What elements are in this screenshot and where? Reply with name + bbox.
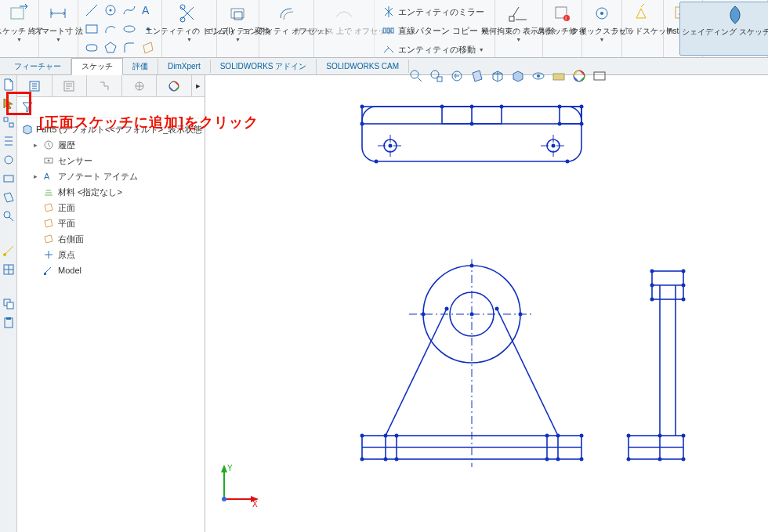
tree-item-annot[interactable]: ▸Aアノテート アイテム xyxy=(20,168,201,184)
svg-rect-31 xyxy=(9,123,13,127)
svg-point-97 xyxy=(384,458,388,461)
mirror-button[interactable]: エンティティのミラー xyxy=(379,3,490,20)
section-view-button[interactable] xyxy=(469,67,486,85)
prev-view-button[interactable] xyxy=(448,67,466,85)
move-button[interactable]: エンティティの移動▼ xyxy=(379,41,490,58)
panel-tab-config[interactable] xyxy=(87,75,122,96)
svg-point-91 xyxy=(360,458,364,461)
line-tool-button[interactable] xyxy=(83,2,100,19)
strip-assembly-button[interactable] xyxy=(0,113,17,132)
svg-point-74 xyxy=(558,122,562,126)
graphics-canvas[interactable]: Y X xyxy=(205,75,768,532)
tab-dimxpert[interactable]: DimXpert xyxy=(158,60,211,73)
strip-sketch-button[interactable] xyxy=(0,241,17,260)
polygon-tool-button[interactable] xyxy=(102,39,119,56)
strip-paste-button[interactable] xyxy=(0,313,17,332)
svg-rect-60 xyxy=(560,107,581,124)
svg-point-69 xyxy=(375,160,379,164)
ribbon-group-shaded: シェイディング スケッチ輪 郭 xyxy=(703,0,768,57)
circle-tool-button[interactable] xyxy=(102,2,119,19)
appearance-button[interactable] xyxy=(571,67,588,85)
fillet-tool-button[interactable] xyxy=(121,39,138,56)
zoom-fit-button[interactable] xyxy=(408,67,425,85)
trim-icon xyxy=(177,3,201,25)
ribbon-group-surf-offset: サーフェス 上で オフセット xyxy=(314,0,375,57)
svg-point-61 xyxy=(360,105,364,109)
svg-point-121 xyxy=(658,458,662,461)
tree-item-origin[interactable]: 原点 xyxy=(20,247,201,262)
svg-marker-123 xyxy=(221,465,227,472)
smart-dim-icon xyxy=(47,3,71,25)
tree-item-history[interactable]: ▸履歴 xyxy=(20,137,201,153)
panel-tab-dimxpert[interactable] xyxy=(122,75,158,96)
tree-item-model[interactable]: Model xyxy=(20,262,201,278)
display-style-button[interactable] xyxy=(509,67,527,85)
svg-rect-30 xyxy=(4,118,8,121)
shaded-icon xyxy=(723,4,747,26)
svg-point-64 xyxy=(580,122,584,126)
arc-tool-button[interactable] xyxy=(102,20,119,38)
spline-tool-button[interactable] xyxy=(121,2,138,19)
feature-tree: Part5 (デフォルト<<デフォルト>_表示状態 1> ▸履歴 センサー ▸A… xyxy=(17,118,205,281)
strip-hide-button[interactable] xyxy=(0,169,17,188)
svg-point-70 xyxy=(566,160,570,164)
strip-section-button[interactable] xyxy=(0,188,17,207)
tree-right-label: 右側面 xyxy=(58,233,84,245)
rectangle-tool-button[interactable] xyxy=(83,20,100,38)
tree-item-right-plane[interactable]: 右側面 xyxy=(20,231,201,247)
svg-point-117 xyxy=(682,434,686,438)
svg-point-88 xyxy=(519,313,523,317)
ellipse-tool-button[interactable] xyxy=(121,20,138,38)
strip-display-button[interactable] xyxy=(0,150,17,169)
svg-point-110 xyxy=(650,270,654,273)
svg-point-118 xyxy=(627,458,631,461)
svg-rect-23 xyxy=(437,77,442,81)
tab-evaluate[interactable]: 評価 xyxy=(123,59,158,74)
tree-item-material[interactable]: 材料 <指定なし> xyxy=(20,184,201,200)
svg-point-115 xyxy=(682,284,686,288)
svg-rect-49 xyxy=(44,273,46,275)
svg-point-98 xyxy=(395,458,399,461)
strip-tree-button[interactable] xyxy=(0,132,17,150)
svg-point-89 xyxy=(360,434,364,438)
plane-icon xyxy=(42,201,55,214)
svg-point-101 xyxy=(445,307,449,311)
feature-tree-panel: ▸ Part5 (デフォルト<<デフォルト>_表示状態 1> ▸履歴 センサー … xyxy=(17,75,205,532)
linear-pattern-button[interactable]: 直線パターン コピー▼ xyxy=(379,22,490,39)
plane-icon xyxy=(42,233,55,245)
tab-feature[interactable]: フィーチャー xyxy=(5,59,71,74)
svg-point-66 xyxy=(500,105,504,109)
svg-point-21 xyxy=(411,71,418,78)
tree-item-front-plane[interactable]: 正面 xyxy=(20,200,201,215)
svg-point-126 xyxy=(222,497,226,501)
svg-point-112 xyxy=(650,298,654,302)
svg-point-87 xyxy=(422,313,426,317)
strip-copy-button[interactable] xyxy=(0,295,17,313)
strip-zoom-button[interactable] xyxy=(0,207,17,226)
panel-tab-appearance[interactable] xyxy=(157,75,192,96)
strip-view-button[interactable] xyxy=(0,260,17,279)
slot-tool-button[interactable] xyxy=(83,39,100,56)
svg-point-111 xyxy=(682,270,686,273)
smart-dim-button[interactable]: スマート寸 法 ▼ xyxy=(32,2,85,56)
panel-tabs: ▸ xyxy=(17,75,205,97)
render-button[interactable] xyxy=(591,67,608,85)
view-orientation-button[interactable] xyxy=(489,67,506,85)
tree-item-sensor[interactable]: センサー xyxy=(20,153,201,168)
ribbon-group-rapid: ラピッドスケッチ xyxy=(622,0,664,57)
tab-sketch[interactable]: スケッチ xyxy=(71,58,123,75)
hide-show-button[interactable] xyxy=(530,67,547,85)
scene-button[interactable] xyxy=(550,67,567,85)
tab-addin[interactable]: SOLIDWORKS アドイン xyxy=(211,59,317,74)
panel-tab-property[interactable] xyxy=(53,75,88,96)
tab-cam[interactable]: SOLIDWORKS CAM xyxy=(317,60,409,73)
zoom-area-button[interactable] xyxy=(428,67,445,85)
svg-point-72 xyxy=(552,144,556,148)
svg-point-34 xyxy=(4,212,10,218)
tree-item-top-plane[interactable]: 平面 xyxy=(20,215,201,231)
shaded-button[interactable]: シェイディング スケッチ輪 郭 xyxy=(679,2,768,56)
tree-origin-label: 原点 xyxy=(58,249,75,261)
svg-point-65 xyxy=(440,105,444,109)
panel-tab-more[interactable]: ▸ xyxy=(192,75,205,96)
smart-dim-label: スマート寸 法 xyxy=(34,27,83,35)
